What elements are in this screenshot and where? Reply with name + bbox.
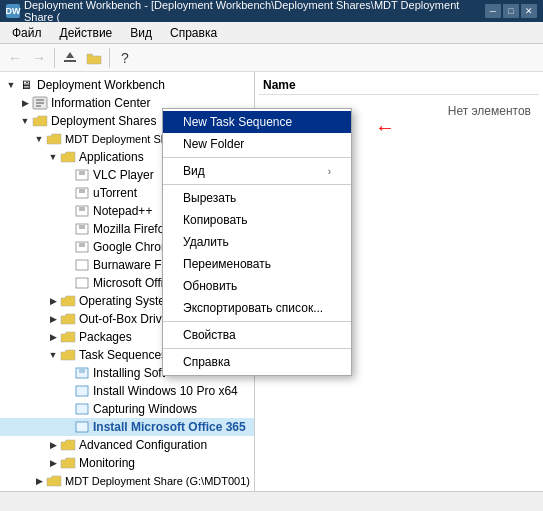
red-arrow-indicator: ← xyxy=(375,116,395,139)
context-menu: New Task Sequence New Folder Вид › Вырез… xyxy=(162,108,352,376)
ctx-new-task-sequence[interactable]: New Task Sequence xyxy=(163,111,351,133)
toggle-taskseq[interactable]: ▼ xyxy=(46,348,60,362)
label-applications: Applications xyxy=(79,150,144,164)
ctx-view[interactable]: Вид › xyxy=(163,160,351,182)
toolbar-divider-2 xyxy=(109,48,110,68)
status-bar xyxy=(0,491,543,511)
toggle-office365 xyxy=(60,276,74,290)
up-button[interactable] xyxy=(59,47,81,69)
ctx-cut[interactable]: Вырезать xyxy=(163,187,351,209)
icon-installsoft xyxy=(74,366,90,380)
toggle-infocenter[interactable]: ▶ xyxy=(18,96,32,110)
ctx-export-label: Экспортировать список... xyxy=(183,301,323,315)
ctx-copy-label: Копировать xyxy=(183,213,248,227)
icon-monitoring xyxy=(60,456,76,470)
menu-action[interactable]: Действие xyxy=(52,24,121,42)
ctx-delete-label: Удалить xyxy=(183,235,229,249)
menu-bar: Файл Действие Вид Справка xyxy=(0,22,543,44)
title-text: Deployment Workbench - [Deployment Workb… xyxy=(24,0,481,23)
icon-packages xyxy=(60,330,76,344)
window-controls: ─ □ ✕ xyxy=(485,4,537,18)
icon-mdtshare xyxy=(46,132,62,146)
ctx-properties-label: Свойства xyxy=(183,328,236,342)
app-icon: DW xyxy=(6,4,20,18)
help-button[interactable]: ? xyxy=(114,47,136,69)
toolbar-divider-1 xyxy=(54,48,55,68)
toggle-monitoring[interactable]: ▶ xyxy=(46,456,60,470)
svg-rect-23 xyxy=(76,368,88,378)
ctx-separator-4 xyxy=(163,348,351,349)
tree-node-mdtshare2[interactable]: ▶ MDT Deployment Share (G:\MDT001) xyxy=(0,472,254,490)
svg-rect-0 xyxy=(64,60,76,62)
label-installsoft: Installing Soft xyxy=(93,366,165,380)
ctx-refresh[interactable]: Обновить xyxy=(163,275,351,297)
icon-burnaware xyxy=(74,258,90,272)
ctx-new-folder-label: New Folder xyxy=(183,137,244,151)
ctx-new-folder[interactable]: New Folder xyxy=(163,133,351,155)
toggle-firefox xyxy=(60,222,74,236)
ctx-properties[interactable]: Свойства xyxy=(163,324,351,346)
icon-chrome xyxy=(74,240,90,254)
toggle-capwin xyxy=(60,402,74,416)
ctx-export[interactable]: Экспортировать список... xyxy=(163,297,351,319)
ctx-view-label: Вид xyxy=(183,164,205,178)
icon-mdtshare2 xyxy=(46,474,62,488)
tree-node-monitoring[interactable]: ▶ Monitoring xyxy=(0,454,254,472)
label-firefox: Mozilla Firefox xyxy=(93,222,170,236)
svg-rect-6 xyxy=(76,170,88,180)
tree-node-capwin[interactable]: Capturing Windows xyxy=(0,400,254,418)
tree-node-advconfig[interactable]: ▶ Advanced Configuration xyxy=(0,436,254,454)
toggle-advconfig[interactable]: ▶ xyxy=(46,438,60,452)
svg-rect-21 xyxy=(76,260,88,270)
icon-utorrent xyxy=(74,186,90,200)
ctx-rename-label: Переименовать xyxy=(183,257,271,271)
svg-rect-12 xyxy=(76,206,88,216)
close-button[interactable]: ✕ xyxy=(521,4,537,18)
ctx-rename[interactable]: Переименовать xyxy=(163,253,351,275)
ctx-separator-3 xyxy=(163,321,351,322)
label-workbench: Deployment Workbench xyxy=(37,78,165,92)
label-taskseq: Task Sequences xyxy=(79,348,167,362)
right-panel-header: Name xyxy=(259,76,539,95)
toggle-os[interactable]: ▶ xyxy=(46,294,60,308)
toggle-installsoft xyxy=(60,366,74,380)
icon-office365 xyxy=(74,276,90,290)
minimize-button[interactable]: ─ xyxy=(485,4,501,18)
label-notepadpp: Notepad++ xyxy=(93,204,152,218)
ctx-copy[interactable]: Копировать xyxy=(163,209,351,231)
tree-node-win10[interactable]: Install Windows 10 Pro x64 xyxy=(0,382,254,400)
ctx-delete[interactable]: Удалить xyxy=(163,231,351,253)
toggle-utorrent xyxy=(60,186,74,200)
toggle-oobd[interactable]: ▶ xyxy=(46,312,60,326)
ctx-help[interactable]: Справка xyxy=(163,351,351,373)
ctx-refresh-label: Обновить xyxy=(183,279,237,293)
toggle-mdtshare2[interactable]: ▶ xyxy=(32,474,46,488)
folder-button[interactable] xyxy=(83,47,105,69)
label-vlc: VLC Player xyxy=(93,168,154,182)
toggle-packages[interactable]: ▶ xyxy=(46,330,60,344)
toggle-win10 xyxy=(60,384,74,398)
toggle-mdtshare[interactable]: ▼ xyxy=(32,132,46,146)
back-button[interactable]: ← xyxy=(4,47,26,69)
svg-rect-9 xyxy=(76,188,88,198)
toggle-deployshares[interactable]: ▼ xyxy=(18,114,32,128)
menu-view[interactable]: Вид xyxy=(122,24,160,42)
svg-rect-26 xyxy=(76,386,88,396)
svg-marker-1 xyxy=(66,52,74,58)
label-utorrent: uTorrent xyxy=(93,186,137,200)
toolbar: ← → ? xyxy=(0,44,543,72)
maximize-button[interactable]: □ xyxy=(503,4,519,18)
menu-file[interactable]: Файл xyxy=(4,24,50,42)
icon-notepadpp xyxy=(74,204,90,218)
icon-infocenter xyxy=(32,96,48,110)
label-installoffice: Install Microsoft Office 365 xyxy=(93,420,246,434)
icon-firefox xyxy=(74,222,90,236)
tree-node-installoffice[interactable]: Install Microsoft Office 365 xyxy=(0,418,254,436)
toggle-workbench[interactable]: ▼ xyxy=(4,78,18,92)
toggle-applications[interactable]: ▼ xyxy=(46,150,60,164)
tree-node-workbench[interactable]: ▼ 🖥 Deployment Workbench xyxy=(0,76,254,94)
svg-rect-15 xyxy=(76,224,88,234)
menu-help[interactable]: Справка xyxy=(162,24,225,42)
forward-button[interactable]: → xyxy=(28,47,50,69)
icon-oobd xyxy=(60,312,76,326)
